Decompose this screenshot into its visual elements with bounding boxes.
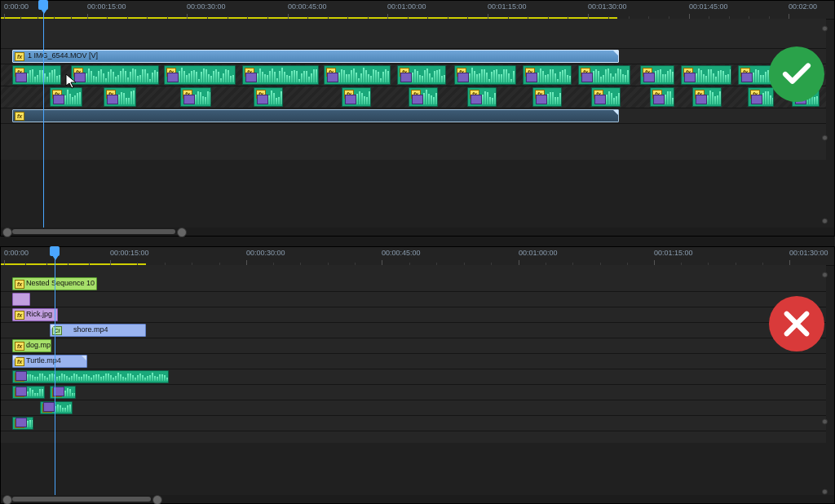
scroll-handle-right-icon[interactable] [177,228,187,237]
audio-clip[interactable]: fx [681,65,731,85]
fx-badge-icon: fx [740,68,750,77]
video-clip[interactable]: fx Turtle.mp4 [12,355,87,368]
audio-track-a4[interactable]: fx [1,416,826,431]
scroll-handle-left-icon[interactable] [2,228,12,237]
audio-clip[interactable]: fx [104,87,136,107]
audio-clip[interactable]: fx [164,65,236,85]
video-track-1b[interactable]: fx dog.mp [1,338,826,354]
timecode-label: 00:00:30:00 [187,2,226,11]
clip-label: 1 IMG_6544.MOV [V] [28,51,98,60]
audio-clip[interactable]: fx [523,65,572,85]
video-track-5[interactable]: fx Nested Sequence 10 [1,276,826,292]
timecode-label: 00:00:45:00 [288,2,327,11]
audio-clip[interactable]: fx [71,65,159,85]
timecode-label: 00:01:30:00 [789,249,828,257]
fx-badge-icon: fx [166,68,176,77]
timecode-label: 00:01:00:00 [519,249,558,257]
video-clip[interactable]: fx dog.mp [12,339,51,352]
playhead[interactable] [55,247,55,495]
audio-clip[interactable]: fx [409,87,438,107]
video-track-4[interactable] [1,292,826,307]
audio-clip[interactable]: fx [454,65,516,85]
track-spacer [1,431,826,443]
ruler-bottom[interactable]: 0:00:0000:00:15:0000:00:30:0000:00:45:00… [1,247,834,266]
audio-track-a1[interactable]: fx [1,369,826,385]
fx-badge-icon: fx [344,90,354,99]
audio-clip[interactable]: fx [591,87,621,107]
audio-clip[interactable]: fx [12,386,45,399]
video-clip[interactable] [12,293,30,306]
audio-clip[interactable]: fx [650,87,674,107]
audio-clip[interactable]: fx [50,386,76,399]
track-handle-icon[interactable] [822,219,828,224]
video-track-2b[interactable]: Ci shore.mp4 [1,323,826,338]
scroll-thumb[interactable] [12,497,151,502]
audio-clip[interactable]: fx [692,87,722,107]
track-handle-icon[interactable] [822,419,828,425]
video-clip[interactable]: Ci shore.mp4 [50,324,146,337]
fx-badge-icon: fx [400,68,409,77]
tracks-bottom[interactable]: fx Nested Sequence 10 fx Rick.jpg Ci sho… [1,265,826,493]
audio-track-a2[interactable]: fxfx [1,385,826,400]
track-handle-icon[interactable] [822,26,828,32]
audio-clip[interactable]: fx [254,87,283,107]
video-track-0[interactable]: fx Turtle.mp4 [1,354,826,369]
track-handle-icon[interactable] [822,272,828,278]
scroll-handle-right-icon[interactable] [152,495,162,504]
ruler-top[interactable]: 0:00:0000:00:15:0000:00:30:0000:00:45:00… [1,1,834,20]
timeline-top[interactable]: 0:00:0000:00:15:0000:00:30:0000:00:45:00… [0,0,835,237]
timecode-label: 00:00:45:00 [382,249,421,257]
audio-track-a3[interactable]: fx [1,400,826,416]
timeline-bottom[interactable]: 0:00:0000:00:15:0000:00:30:0000:00:45:00… [0,246,835,504]
fx-badge-icon: fx [470,90,479,99]
audio-clip[interactable]: fx [532,87,562,107]
fx-badge-icon: fx [643,68,652,77]
video-track-3[interactable]: fx Rick.jpg [1,307,826,323]
video-clip[interactable]: fx 1 IMG_6544.MOV [V] [12,50,619,63]
audio-track-1[interactable]: fxfxfxfxfxfxfxfxfxfxfxfxfx [1,64,826,86]
audio-clip[interactable]: fx [324,65,391,85]
audio-clip[interactable]: fx [467,87,497,107]
timecode-label: 00:00:15:00 [87,2,126,11]
audio-clip[interactable]: fx [12,370,169,383]
audio-clip[interactable]: fx [578,65,630,85]
audio-clip[interactable]: fx [180,87,211,107]
timecode-label: 00:01:30:00 [588,2,627,11]
audio-clip[interactable]: fx [342,87,371,107]
timecode-label: 00:00:15:00 [110,249,149,257]
audio-clip[interactable]: fx [397,65,446,85]
fx-badge-icon: fx [73,68,83,77]
audio-clip[interactable]: fx [242,65,319,85]
video-track-1[interactable]: fx 1 IMG_6544.MOV [V] [1,49,826,64]
fx-badge-icon: fx [457,68,466,77]
audio-clip[interactable]: fx [40,401,73,414]
tracks-top[interactable]: fx 1 IMG_6544.MOV [V] fxfxfxfxfxfxfxfxfx… [1,19,826,226]
audio-clip[interactable]: fx [12,65,61,85]
fx-badge-icon: fx [15,311,24,320]
audio-clip[interactable]: fx [50,87,82,107]
track-handle-icon[interactable] [822,489,828,495]
h-scrollbar[interactable] [1,495,834,503]
scroll-handle-left-icon[interactable] [2,495,12,504]
timecode-label: 00:02:00 [789,2,817,11]
audio-clip[interactable]: fx [748,87,774,107]
audio-clip[interactable]: fx [12,417,33,430]
audio-clip-linked[interactable]: fx [12,109,619,122]
track-handle-icon[interactable] [822,135,828,141]
h-scrollbar[interactable] [1,228,834,236]
audio-clip[interactable]: fx [640,65,674,85]
audio-track-2[interactable]: fx [1,108,826,124]
fx-badge-icon: fx [326,68,336,77]
scroll-thumb[interactable] [12,229,175,234]
clip-label: dog.mp [26,341,51,349]
clip-label: shore.mp4 [73,325,108,334]
video-track-2[interactable] [1,19,826,49]
fx-badge-icon: fx [52,388,62,397]
timecode-label: 00:01:15:00 [654,249,693,257]
fx-badge-icon: fx [256,90,266,99]
fx-badge-icon: fx [245,68,254,77]
video-clip[interactable]: fx Rick.jpg [12,308,58,321]
playhead[interactable] [43,1,44,228]
audio-track-1b[interactable]: fxfxfxfxfxfxfxfxfxfxfxfxfx [1,86,826,108]
track-spacer [1,265,826,276]
